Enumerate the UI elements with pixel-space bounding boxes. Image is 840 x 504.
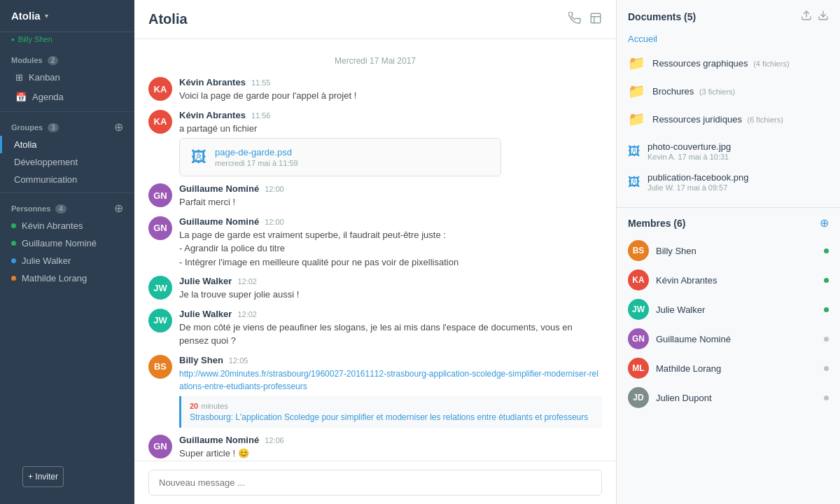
upload-icon[interactable] xyxy=(801,10,812,24)
member-status-dot xyxy=(824,396,829,400)
image-file-icon: 🖼 xyxy=(628,175,640,190)
member-status-dot xyxy=(824,366,829,371)
member-avatar: KA xyxy=(628,270,649,290)
message-time: 11:56 xyxy=(251,111,271,120)
add-person-button[interactable]: ⊕ xyxy=(114,203,123,214)
invite-button[interactable]: + Inviter xyxy=(22,466,64,487)
group-item-communication[interactable]: Communication xyxy=(0,171,134,188)
add-member-button[interactable]: ⊕ xyxy=(820,218,829,229)
file-item-info: publication-facebook.png Julie W. 17 mai… xyxy=(648,172,829,192)
avatar: JW xyxy=(148,276,172,300)
message-time: 12:02 xyxy=(237,310,257,318)
member-name: Billy Shen xyxy=(656,246,817,256)
person-item-guillaume[interactable]: Guillaume Nominé xyxy=(0,234,134,252)
members-header: Membres (6) ⊕ xyxy=(628,218,829,229)
message-content: Julie Walker 12:02 De mon côté je viens … xyxy=(179,309,602,348)
member-name: Mathilde Lorang xyxy=(656,363,817,374)
message-content: Guillaume Nominé 12:06 Super article ! 😊 xyxy=(179,435,602,461)
avatar: GN xyxy=(148,435,172,458)
persons-badge: 4 xyxy=(55,204,66,214)
member-status-dot xyxy=(824,248,829,253)
sidebar-item-kanban[interactable]: ⊞ Kanban xyxy=(4,68,130,87)
persons-label: Personnes 4 xyxy=(11,204,66,213)
person-name: Julie Walker xyxy=(22,255,71,266)
message-author: Guillaume Nominé xyxy=(179,216,259,227)
members-list: BS Billy Shen KA Kévin Abrantes JW Julie… xyxy=(628,236,829,412)
sidebar: Atolia ▾ Billy Shen Modules 2 ⊞ Kanban 📅… xyxy=(0,0,134,504)
documents-header: Documents (5) xyxy=(628,10,829,24)
modules-label: Modules 2 xyxy=(11,56,58,64)
header-actions xyxy=(568,12,602,27)
file-item[interactable]: 🖼 publication-facebook.png Julie W. 17 m… xyxy=(628,167,829,197)
sidebar-header[interactable]: Atolia ▾ xyxy=(0,0,134,32)
folder-item[interactable]: 📁 Ressources graphiques (4 fichiers) xyxy=(628,49,829,77)
folder-icon: 📁 xyxy=(628,55,645,71)
avatar: JW xyxy=(148,309,172,332)
message-row: JW Julie Walker 12:02 Je la trouve super… xyxy=(148,276,602,302)
online-dot xyxy=(11,276,16,281)
message-input[interactable] xyxy=(148,470,602,496)
message-link[interactable]: http://www.20minutes.fr/strasbourg/19600… xyxy=(179,369,598,391)
message-text: Je la trouve super jolie aussi ! xyxy=(179,288,602,302)
message-time: 12:05 xyxy=(229,356,248,365)
user-name: Billy Shen xyxy=(18,35,52,43)
folder-name: Ressources graphiques (4 fichiers) xyxy=(652,58,790,69)
modules-badge: 2 xyxy=(48,56,59,65)
folder-item[interactable]: 📁 Brochures (3 fichiers) xyxy=(628,77,829,105)
message-time: 12:06 xyxy=(265,436,284,444)
right-panel: Documents (5) Accueil 📁 Ressources graph… xyxy=(616,0,840,504)
groups-label: Groupes 3 xyxy=(11,123,59,132)
file-icon: 🖼 xyxy=(191,148,206,167)
chevron-down-icon: ▾ xyxy=(45,12,48,20)
file-item-meta: Julie W. 17 mai à 09:57 xyxy=(648,183,829,192)
message-row: KA Kévin Abrantes 11:55 Voici la page de… xyxy=(148,77,602,103)
person-item-julie[interactable]: Julie Walker xyxy=(0,252,134,270)
person-item-mathilde[interactable]: Mathilde Lorang xyxy=(0,270,134,287)
add-group-button[interactable]: ⊕ xyxy=(114,122,123,133)
avatar: GN xyxy=(148,216,172,240)
member-avatar: ML xyxy=(628,358,649,379)
message-row: GN Guillaume Nominé 12:00 Parfait merci … xyxy=(148,183,602,209)
message-content: Julie Walker 12:02 Je la trouve super jo… xyxy=(179,276,602,302)
download-icon[interactable] xyxy=(818,10,829,24)
file-item-info: photo-couverture.jpg Kevin A. 17 mai à 1… xyxy=(648,141,829,161)
sidebar-item-label: Kanban xyxy=(29,72,60,83)
agenda-icon: 📅 xyxy=(15,92,27,102)
page-title: Atolia xyxy=(148,11,188,27)
svg-rect-0 xyxy=(591,13,601,23)
message-content: Kévin Abrantes 11:55 Voici la page de ga… xyxy=(179,77,602,103)
member-avatar: JD xyxy=(628,387,649,408)
groups-badge: 3 xyxy=(48,123,59,132)
breadcrumb-link[interactable]: Accueil xyxy=(628,34,657,44)
file-card[interactable]: 🖼 page-de-garde.psd mercredi 17 mai à 11… xyxy=(179,138,501,176)
group-item-atolia[interactable]: Atolia xyxy=(0,136,134,153)
message-time: 12:00 xyxy=(265,185,284,193)
date-separator: Mercredi 17 Mai 2017 xyxy=(148,56,602,66)
member-item-guillaume: GN Guillaume Nominé xyxy=(628,324,829,354)
link-preview: 20minutes Strasbourg: L'application Scol… xyxy=(179,396,602,428)
documents-section: Documents (5) Accueil 📁 Ressources graph… xyxy=(617,0,840,208)
phone-icon[interactable] xyxy=(568,12,581,27)
online-dot xyxy=(11,241,16,246)
person-name: Guillaume Nominé xyxy=(22,238,97,248)
person-name: Mathilde Lorang xyxy=(22,273,87,284)
folder-item[interactable]: 📁 Ressources juridiques (6 fichiers) xyxy=(628,105,829,133)
documents-title: Documents (5) xyxy=(628,11,696,22)
folder-name: Brochures (3 fichiers) xyxy=(652,86,735,97)
group-item-developpement[interactable]: Développement xyxy=(0,153,134,171)
documents-actions xyxy=(801,10,829,24)
avatar: KA xyxy=(148,77,172,101)
file-item[interactable]: 🖼 photo-couverture.jpg Kevin A. 17 mai à… xyxy=(628,136,829,167)
member-item-billy: BS Billy Shen xyxy=(628,236,829,265)
sidebar-item-agenda[interactable]: 📅 Agenda xyxy=(4,88,130,106)
file-item-name: photo-couverture.jpg xyxy=(648,141,829,152)
divider xyxy=(0,111,134,112)
person-item-kevin[interactable]: Kévin Abrantes xyxy=(0,217,134,234)
main-header: Atolia xyxy=(134,0,616,39)
message-row: GN Guillaume Nominé 12:06 Super article … xyxy=(148,435,602,461)
member-item-mathilde: ML Mathilde Lorang xyxy=(628,354,829,383)
message-row: JW Julie Walker 12:02 De mon côté je vie… xyxy=(148,309,602,348)
folder-name: Ressources juridiques (6 fichiers) xyxy=(652,114,783,125)
layout-icon[interactable] xyxy=(589,12,602,27)
message-content: Billy Shen 12:05 http://www.20minutes.fr… xyxy=(179,355,602,428)
